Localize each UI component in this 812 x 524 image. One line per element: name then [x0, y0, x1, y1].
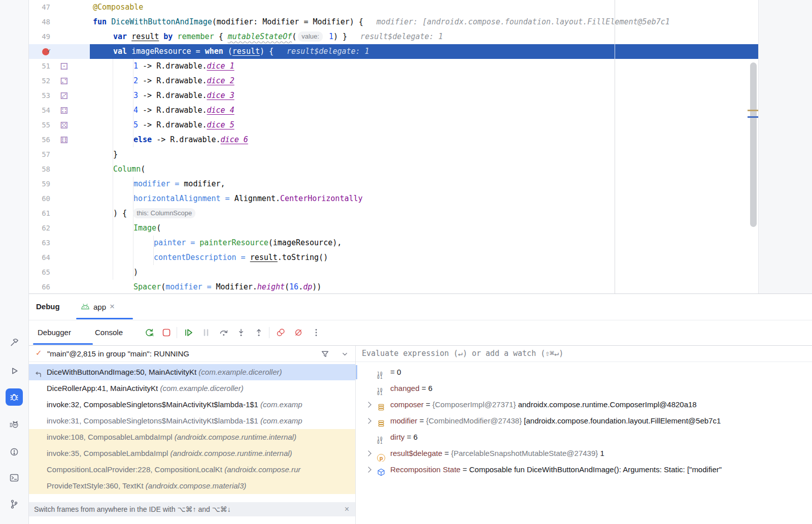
breakpoint-icon[interactable]: ✓: [29, 44, 50, 59]
code-text[interactable]: Spacer(modifier = Modifier.height(16.dp)…: [90, 280, 758, 293]
code-text[interactable]: ) { this: ColumnScope: [90, 206, 758, 221]
code-line-58[interactable]: 58Column(: [29, 162, 758, 177]
code-line-50[interactable]: ✓val imageResource = when (result) {resu…: [29, 44, 758, 59]
analysis-mark-current[interactable]: [748, 116, 758, 118]
stack-frame-row[interactable]: invoke:31, ComposableSingletons$MainActi…: [29, 413, 355, 429]
gutter[interactable]: 63: [29, 236, 90, 250]
logcat-cat-icon[interactable]: [6, 416, 23, 434]
gutter[interactable]: 54⚃: [29, 103, 90, 118]
step-out-icon[interactable]: [254, 328, 264, 338]
code-text[interactable]: fun DiceWithButtonAndImage(modifier: Mod…: [90, 15, 758, 29]
gutter[interactable]: 62: [29, 221, 90, 236]
thread-status-row[interactable]: ✓ "main"@2,815 in group "main": RUNNING: [29, 346, 355, 362]
run-play-icon[interactable]: [6, 362, 23, 379]
gutter[interactable]: 55⚄: [29, 118, 90, 133]
gutter[interactable]: ✓: [29, 44, 90, 59]
dice-6-resource-icon[interactable]: ⚅: [56, 133, 72, 147]
tab-debugger[interactable]: Debugger: [38, 320, 71, 345]
step-over-icon[interactable]: [219, 328, 229, 338]
code-text[interactable]: Image(: [90, 221, 758, 236]
stack-frame-row[interactable]: invoke:35, ComposableLambdaImpl (android…: [29, 445, 355, 462]
code-text[interactable]: painter = painterResource(imageResource)…: [90, 236, 758, 250]
dice-5-resource-icon[interactable]: ⚄: [56, 118, 72, 133]
editor[interactable]: 47@Composable48fun DiceWithButtonAndImag…: [29, 0, 758, 293]
code-line-53[interactable]: 53⚂3 -> R.drawable.dice_3: [29, 88, 758, 103]
code-line-66[interactable]: 66Spacer(modifier = Modifier.height(16.d…: [29, 280, 758, 293]
gutter[interactable]: 58: [29, 162, 90, 177]
code-line-62[interactable]: 62Image(: [29, 221, 758, 236]
variable-row[interactable]: composer = {ComposerImpl@27371} androidx…: [356, 397, 812, 413]
close-icon[interactable]: ×: [110, 302, 115, 312]
gutter[interactable]: 61: [29, 206, 90, 221]
code-text[interactable]: var result by remember { mutableStateOf(…: [90, 29, 758, 44]
expand-chevron-icon[interactable]: [365, 418, 371, 423]
code-line-49[interactable]: 49var result by remember { mutableStateO…: [29, 29, 758, 44]
code-line-63[interactable]: 63painter = painterResource(imageResourc…: [29, 236, 758, 250]
code-line-57[interactable]: 57}: [29, 147, 758, 162]
rerun-debugger-icon[interactable]: [144, 328, 154, 338]
code-text[interactable]: horizontalAlignment = Alignment.CenterHo…: [90, 191, 758, 206]
terminal-icon[interactable]: [6, 469, 23, 486]
gutter[interactable]: 51⚀: [29, 59, 90, 74]
code-line-52[interactable]: 52⚁2 -> R.drawable.dice_2: [29, 74, 758, 88]
gutter[interactable]: 64: [29, 250, 90, 265]
stack-frame-row[interactable]: DiceWithButtonAndImage:50, MainActivityK…: [29, 364, 355, 380]
code-text[interactable]: modifier = modifier,: [90, 177, 758, 191]
variable-row[interactable]: 1001= 0: [356, 364, 812, 380]
code-line-51[interactable]: 51⚀1 -> R.drawable.dice_1: [29, 59, 758, 74]
evaluate-expression-input[interactable]: Evaluate expression (↵) or add a watch (…: [356, 346, 812, 362]
code-text[interactable]: }: [90, 147, 758, 162]
dice-1-resource-icon[interactable]: ⚀: [56, 59, 72, 74]
expand-chevron-icon[interactable]: [365, 450, 371, 456]
variable-row[interactable]: 1001changed = 6: [356, 380, 812, 397]
code-text[interactable]: 4 -> R.drawable.dice_4: [90, 103, 758, 118]
code-text[interactable]: contentDescription = result.toString(): [90, 250, 758, 265]
version-control-icon[interactable]: [6, 496, 23, 513]
more-options-icon[interactable]: [311, 328, 321, 338]
code-line-64[interactable]: 64contentDescription = result.toString(): [29, 250, 758, 265]
problems-icon[interactable]: [6, 443, 23, 461]
resume-program-icon[interactable]: [183, 328, 193, 338]
code-text[interactable]: ): [90, 265, 758, 280]
code-text[interactable]: val imageResource = when (result) {resul…: [90, 44, 758, 59]
variable-row[interactable]: modifier = {CombinedModifier@27438} [and…: [356, 413, 812, 429]
code-line-47[interactable]: 47@Composable: [29, 0, 758, 15]
stack-frame-row[interactable]: ProvideTextStyle:360, TextKt (androidx.c…: [29, 478, 355, 494]
expand-chevron-icon[interactable]: [365, 467, 371, 472]
code-text[interactable]: 5 -> R.drawable.dice_5: [90, 118, 758, 133]
code-line-54[interactable]: 54⚃4 -> R.drawable.dice_4: [29, 103, 758, 118]
gutter[interactable]: 52⚁: [29, 74, 90, 88]
run-configuration-tab[interactable]: app ×: [81, 294, 115, 319]
variable-row[interactable]: Recomposition State = Composable fun Dic…: [356, 462, 812, 478]
gutter[interactable]: 56⚅: [29, 133, 90, 147]
debug-bug-icon[interactable]: [6, 388, 23, 406]
stop-icon[interactable]: [161, 328, 172, 338]
pause-program-icon[interactable]: [201, 328, 211, 338]
step-into-icon[interactable]: [236, 328, 246, 338]
view-breakpoints-icon[interactable]: [276, 328, 286, 338]
code-text[interactable]: 1 -> R.drawable.dice_1: [90, 59, 758, 74]
code-text[interactable]: Column(: [90, 162, 758, 177]
code-text[interactable]: else -> R.drawable.dice_6: [90, 133, 758, 147]
build-hammer-icon[interactable]: [6, 333, 23, 350]
chevron-down-icon[interactable]: [341, 350, 349, 359]
code-line-61[interactable]: 61) { this: ColumnScope: [29, 206, 758, 221]
mute-breakpoints-icon[interactable]: [293, 328, 303, 338]
gutter[interactable]: 59: [29, 177, 90, 191]
filter-icon[interactable]: [321, 350, 329, 360]
gutter[interactable]: 65: [29, 265, 90, 280]
variable-row[interactable]: 1001dirty = 6: [356, 429, 812, 445]
analysis-mark-warning[interactable]: [748, 110, 758, 111]
gutter[interactable]: 66: [29, 280, 90, 293]
gutter[interactable]: 48: [29, 15, 90, 29]
gutter[interactable]: 53⚂: [29, 88, 90, 103]
code-text[interactable]: @Composable: [90, 0, 758, 15]
variable-row[interactable]: presult$delegate = {ParcelableSnapshotMu…: [356, 445, 812, 462]
dice-2-resource-icon[interactable]: ⚁: [56, 74, 72, 88]
close-icon[interactable]: ×: [345, 502, 349, 516]
gutter[interactable]: 60: [29, 191, 90, 206]
stack-frame-row[interactable]: DiceRollerApp:41, MainActivityKt (com.ex…: [29, 380, 355, 397]
stack-frame-row[interactable]: CompositionLocalProvider:228, Compositio…: [29, 462, 355, 478]
dice-3-resource-icon[interactable]: ⚂: [56, 88, 72, 103]
stack-frame-row[interactable]: invoke:32, ComposableSingletons$MainActi…: [29, 397, 355, 413]
